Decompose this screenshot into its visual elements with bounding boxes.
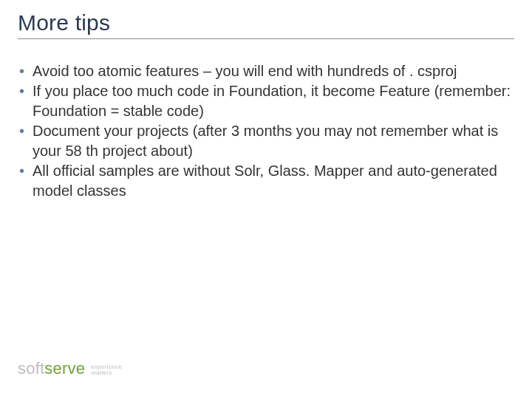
brand-text: softserve: [18, 359, 85, 378]
slide: More tips Avoid too atomic features – yo…: [0, 0, 532, 399]
list-item: Avoid too atomic features – you will end…: [19, 61, 511, 81]
page-title: More tips: [18, 10, 532, 35]
body: Avoid too atomic features – you will end…: [0, 39, 532, 201]
brand-soft: soft: [18, 359, 44, 378]
tagline-line-2: matters: [91, 370, 122, 376]
bullet-list: Avoid too atomic features – you will end…: [19, 61, 511, 201]
title-wrap: More tips: [0, 0, 532, 37]
list-item: All official samples are without Solr, G…: [19, 161, 511, 201]
footer-logo: softserve experience matters: [18, 359, 122, 378]
brand-serve: serve: [44, 359, 85, 378]
brand-tagline: experience matters: [91, 361, 122, 377]
list-item: If you place too much code in Foundation…: [19, 81, 511, 121]
list-item: Document your projects (after 3 months y…: [19, 121, 511, 161]
